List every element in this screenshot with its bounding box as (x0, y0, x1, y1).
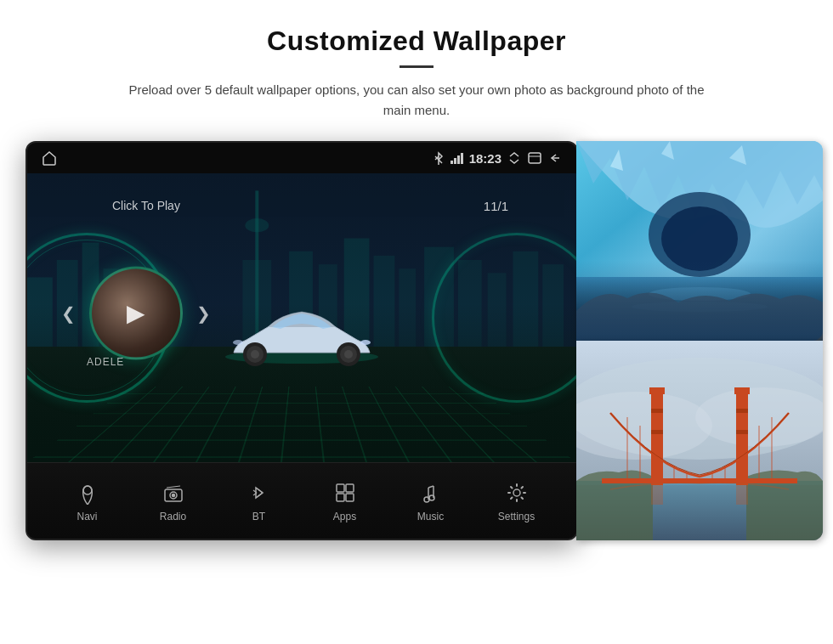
nav-item-bt[interactable]: BT (230, 479, 289, 523)
nav-label-settings: Settings (498, 511, 535, 523)
status-time: 18:23 (469, 151, 502, 166)
svg-rect-43 (337, 494, 344, 501)
nav-item-navi[interactable]: Navi (58, 479, 117, 523)
album-art[interactable] (89, 267, 183, 360)
signal-icon (450, 152, 464, 164)
svg-rect-68 (736, 409, 748, 413)
nav-item-apps[interactable]: Apps (315, 479, 375, 523)
back-icon (547, 151, 563, 165)
svg-point-50 (513, 489, 520, 496)
nav-label-navi: Navi (76, 511, 97, 523)
navi-icon (74, 479, 101, 506)
svg-rect-64 (736, 392, 748, 485)
ice-cave-svg (576, 141, 823, 341)
svg-rect-44 (346, 494, 354, 501)
side-thumbnails (576, 141, 823, 540)
svg-point-38 (172, 494, 174, 497)
settings-icon (503, 479, 530, 506)
thumbnail-bridge[interactable] (576, 341, 823, 540)
nav-item-settings[interactable]: Settings (487, 479, 547, 523)
svg-point-34 (233, 340, 243, 345)
date-display: 11/1 (484, 199, 508, 213)
main-content: 18:23 (26, 141, 808, 540)
svg-rect-66 (734, 387, 750, 394)
bluetooth-icon (432, 151, 445, 165)
nav-item-music[interactable]: Music (401, 479, 461, 523)
nav-item-radio[interactable]: Radio (144, 479, 203, 523)
nav-label-radio: Radio (160, 511, 186, 523)
svg-rect-81 (736, 483, 748, 505)
svg-rect-67 (651, 409, 663, 413)
title-divider (400, 65, 434, 68)
home-icon (41, 150, 58, 167)
page-title: Customized Wallpaper (267, 25, 566, 57)
svg-rect-4 (457, 155, 460, 164)
next-track-arrow[interactable]: ❯ (196, 303, 211, 324)
svg-rect-6 (529, 153, 541, 163)
thumbnail-ice-cave[interactable] (576, 141, 823, 341)
prev-track-arrow[interactable]: ❮ (61, 303, 76, 324)
svg-point-33 (360, 340, 371, 345)
svg-rect-54 (576, 277, 823, 341)
nav-label-apps: Apps (333, 511, 356, 523)
svg-point-32 (344, 350, 353, 359)
car-image (217, 293, 387, 381)
svg-point-29 (251, 350, 259, 359)
radio-icon (160, 479, 187, 506)
svg-rect-80 (651, 483, 663, 505)
bottom-nav: Navi Radio (27, 462, 576, 539)
svg-point-56 (632, 302, 768, 312)
display-area: Click To Play 11/1 ❮ ❯ (27, 173, 576, 462)
page-container: Customized Wallpaper Preload over 5 defa… (0, 0, 833, 644)
car-svg (217, 293, 387, 378)
svg-rect-2 (450, 161, 453, 164)
bridge-svg (576, 341, 823, 540)
click-to-play-text: Click To Play (112, 199, 180, 212)
svg-rect-41 (337, 484, 344, 492)
svg-rect-5 (461, 153, 463, 164)
status-bar-left (41, 150, 58, 167)
svg-rect-70 (736, 430, 748, 434)
status-icons: 18:23 (432, 151, 563, 166)
expand-icon (507, 151, 522, 165)
apps-icon (332, 479, 359, 506)
svg-rect-69 (651, 430, 663, 434)
svg-point-53 (661, 206, 738, 271)
svg-point-15 (245, 218, 269, 232)
svg-rect-79 (602, 478, 797, 483)
window-icon (527, 151, 542, 165)
svg-rect-42 (346, 484, 354, 492)
car-screen: 18:23 (26, 141, 578, 540)
svg-rect-3 (454, 158, 456, 164)
nav-label-music: Music (417, 511, 444, 523)
bt-icon (246, 479, 273, 506)
svg-rect-65 (649, 387, 665, 394)
status-bar: 18:23 (27, 143, 576, 173)
svg-point-55 (649, 287, 751, 301)
music-icon (417, 479, 445, 506)
artist-name: ADELE (87, 356, 124, 368)
nav-label-bt: BT (252, 511, 265, 523)
page-subtitle: Preload over 5 default wallpaper options… (128, 80, 706, 121)
svg-rect-63 (651, 392, 663, 485)
svg-line-47 (428, 486, 434, 488)
